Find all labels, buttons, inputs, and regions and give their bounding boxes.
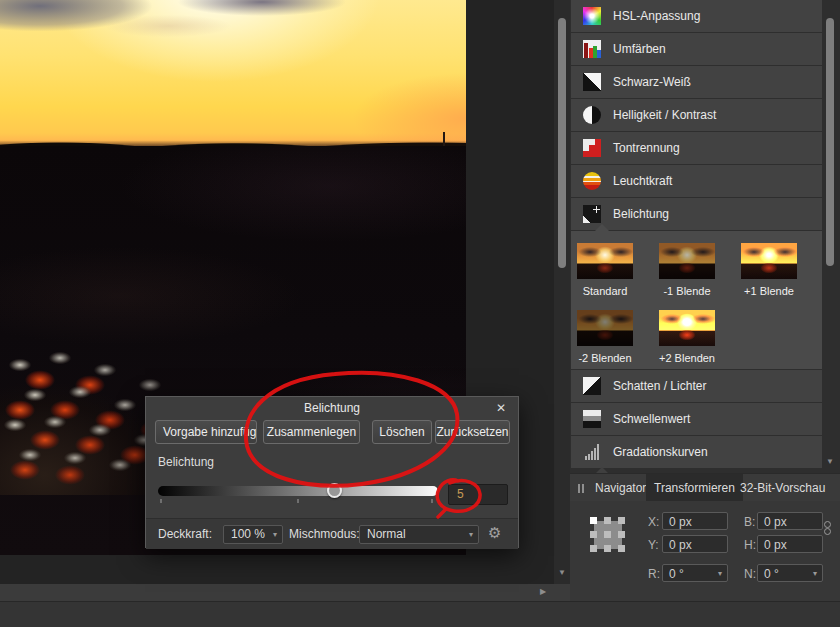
canvas-horizontal-scrollbar[interactable]: ▶ bbox=[0, 584, 570, 601]
status-bar bbox=[0, 601, 840, 627]
x-field[interactable]: 0 px bbox=[662, 512, 728, 530]
gear-icon[interactable]: ⚙ bbox=[488, 524, 501, 542]
merge-button[interactable]: Zusammenlegen bbox=[263, 420, 360, 444]
expanded-section-notch bbox=[595, 224, 609, 231]
anchor-point-selector[interactable] bbox=[586, 513, 630, 557]
b-label: B: bbox=[744, 515, 755, 529]
adjustment-label: Gradationskurven bbox=[613, 436, 708, 468]
scroll-down-icon[interactable]: ▼ bbox=[826, 458, 834, 466]
preset-label: -2 Blenden bbox=[565, 352, 645, 364]
preset-label: +1 Blende bbox=[729, 285, 809, 297]
canvas-vertical-scrollbar-thumb[interactable] bbox=[558, 18, 566, 268]
adjustment-item-threshold[interactable]: Schwellenwert bbox=[571, 403, 822, 435]
adjustment-item-brightness-contrast[interactable]: Helligkeit / Kontrast bbox=[571, 99, 822, 131]
exposure-icon bbox=[583, 205, 601, 223]
adjustment-label: Tontrennung bbox=[613, 132, 680, 164]
rotation-dropdown[interactable]: 0 ° ▾ bbox=[662, 564, 728, 582]
adjustment-item-hsl[interactable]: HSL-Anpassung bbox=[571, 0, 822, 32]
slider-tick bbox=[431, 499, 433, 503]
anchor-handle-top-center[interactable] bbox=[604, 517, 611, 524]
hsl-wheel-icon bbox=[583, 7, 601, 25]
chevron-down-icon: ▾ bbox=[718, 565, 722, 583]
tab-navigator[interactable]: Navigator bbox=[587, 474, 654, 502]
adjustment-label: Leuchtkraft bbox=[613, 165, 672, 197]
anchor-handle-mid-right[interactable] bbox=[618, 531, 625, 538]
exposure-dialog: Belichtung ✕ Vorgabe hinzufügen Zusammen… bbox=[145, 396, 519, 548]
transform-panel: X: 0 px B: 0 px Y: 0 px H: 0 px R: 0 ° ▾… bbox=[570, 501, 840, 601]
b-field[interactable]: 0 px bbox=[757, 512, 823, 530]
chevron-down-icon: ▾ bbox=[273, 526, 277, 543]
opacity-dropdown[interactable]: 100 % ▾ bbox=[223, 525, 283, 544]
adjustment-item-vibrance[interactable]: Leuchtkraft bbox=[571, 165, 822, 197]
add-preset-button[interactable]: Vorgabe hinzufügen bbox=[155, 420, 257, 444]
preset-thumbnail-minus2[interactable] bbox=[577, 310, 633, 346]
shear-dropdown[interactable]: 0 ° ▾ bbox=[757, 564, 823, 582]
rotation-value: 0 ° bbox=[669, 567, 684, 581]
anchor-handle-bottom-center[interactable] bbox=[604, 545, 611, 552]
adjustment-label: Belichtung bbox=[613, 198, 669, 230]
adjustment-item-black-white[interactable]: Schwarz-Weiß bbox=[571, 66, 822, 98]
bottom-panel-tabbar: Navigator Transformieren 32-Bit-Vorschau bbox=[570, 473, 840, 502]
exposure-presets-section: Standard -1 Blende +1 Blende -2 Blenden … bbox=[571, 231, 822, 369]
adjustment-label: Schwarz-Weiß bbox=[613, 66, 691, 98]
h-field[interactable]: 0 px bbox=[757, 535, 823, 553]
adjustment-label: HSL-Anpassung bbox=[613, 0, 700, 32]
preset-label: -1 Blende bbox=[647, 285, 727, 297]
exposure-slider-label: Belichtung bbox=[158, 455, 214, 469]
exposure-slider[interactable] bbox=[158, 486, 438, 496]
preset-thumbnail-plus2[interactable] bbox=[659, 310, 715, 346]
chevron-down-icon: ▾ bbox=[469, 526, 473, 543]
h-label: H: bbox=[744, 538, 756, 552]
anchor-handle-center[interactable] bbox=[604, 531, 611, 538]
dialog-bottom-bar: Deckkraft: 100 % ▾ Mischmodus: Normal ▾ … bbox=[146, 518, 518, 549]
adjustment-label: Umfärben bbox=[613, 33, 666, 65]
adjustment-label: Schwellenwert bbox=[613, 403, 690, 435]
link-dimensions-icon[interactable] bbox=[823, 521, 831, 536]
adjustments-panel: HSL-Anpassung Umfärben Schwarz-Weiß Hell… bbox=[570, 0, 840, 601]
curves-icon bbox=[583, 443, 601, 461]
preset-thumbnail-standard[interactable] bbox=[577, 243, 633, 279]
adjustment-item-shadows-highlights[interactable]: Schatten / Lichter bbox=[571, 370, 822, 402]
anchor-handle-top-right[interactable] bbox=[618, 517, 625, 524]
black-white-icon bbox=[583, 73, 601, 91]
preset-label: Standard bbox=[565, 285, 645, 297]
tab-transformieren[interactable]: Transformieren bbox=[646, 474, 743, 502]
y-field[interactable]: 0 px bbox=[662, 535, 728, 553]
preset-thumbnail-minus1[interactable] bbox=[659, 243, 715, 279]
anchor-handle-bottom-left[interactable] bbox=[590, 545, 597, 552]
opacity-label: Deckkraft: bbox=[158, 519, 212, 549]
scroll-right-icon[interactable]: ▶ bbox=[540, 588, 546, 596]
threshold-icon bbox=[583, 410, 601, 428]
adjustment-item-recolor[interactable]: Umfärben bbox=[571, 33, 822, 65]
slider-tick bbox=[160, 499, 162, 503]
adjustment-label: Helligkeit / Kontrast bbox=[613, 99, 716, 131]
panel-vertical-scrollbar-thumb[interactable] bbox=[826, 18, 834, 266]
tab-32bit-vorschau[interactable]: 32-Bit-Vorschau bbox=[732, 474, 833, 502]
close-icon[interactable]: ✕ bbox=[493, 400, 509, 416]
vibrance-icon bbox=[583, 172, 601, 190]
adjustment-item-curves[interactable]: Gradationskurven bbox=[571, 436, 822, 468]
delete-button[interactable]: Löschen bbox=[372, 420, 432, 444]
anchor-handle-top-left[interactable] bbox=[590, 517, 597, 524]
opacity-value: 100 % bbox=[231, 527, 265, 541]
shear-value: 0 ° bbox=[764, 567, 779, 581]
brightness-contrast-icon bbox=[583, 106, 601, 124]
n-label: N: bbox=[744, 567, 756, 581]
photo-editor-window: ▼ ▶ HSL-Anpassung Umfärben Schwarz-Weiß … bbox=[0, 0, 840, 627]
preset-label: +2 Blenden bbox=[647, 352, 727, 364]
x-label: X: bbox=[648, 515, 659, 529]
adjustment-label: Schatten / Lichter bbox=[613, 370, 706, 402]
blend-mode-value: Normal bbox=[367, 527, 406, 541]
reset-button[interactable]: Zurücksetzen bbox=[435, 420, 510, 444]
blend-mode-dropdown[interactable]: Normal ▾ bbox=[359, 525, 479, 544]
exposure-value-field[interactable]: 5 bbox=[448, 484, 508, 505]
blend-mode-label: Mischmodus: bbox=[289, 519, 360, 549]
adjustment-item-posterize[interactable]: Tontrennung bbox=[571, 132, 822, 164]
panel-handle-icon[interactable] bbox=[578, 484, 585, 493]
scroll-down-icon[interactable]: ▼ bbox=[558, 569, 566, 577]
exposure-slider-thumb[interactable] bbox=[327, 483, 342, 498]
anchor-handle-bottom-right[interactable] bbox=[618, 545, 625, 552]
y-label: Y: bbox=[648, 538, 659, 552]
preset-thumbnail-plus1[interactable] bbox=[741, 243, 797, 279]
anchor-handle-mid-left[interactable] bbox=[590, 531, 597, 538]
